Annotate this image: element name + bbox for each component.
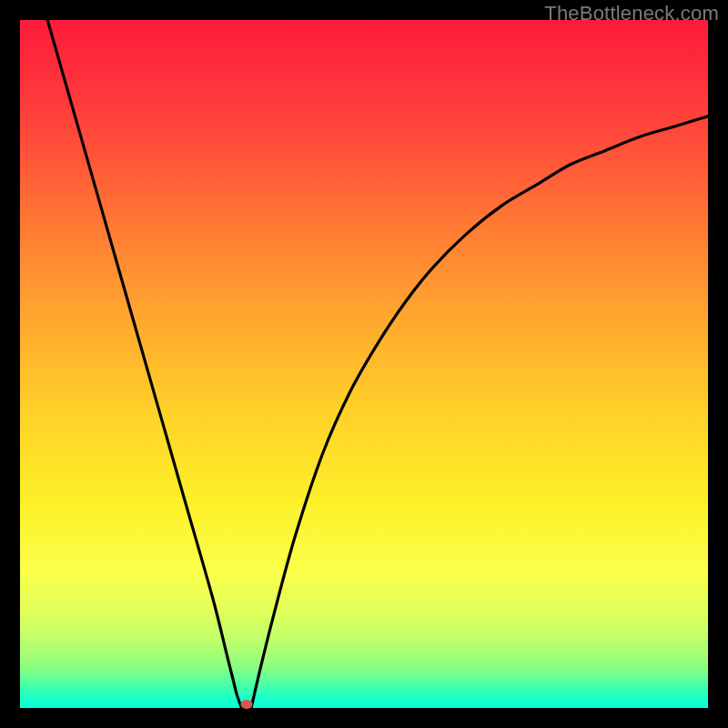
curve-path — [47, 20, 708, 708]
min-marker — [241, 700, 253, 709]
plot-area — [20, 20, 708, 708]
chart-frame: TheBottleneck.com — [0, 0, 728, 728]
bottleneck-curve — [20, 20, 708, 708]
